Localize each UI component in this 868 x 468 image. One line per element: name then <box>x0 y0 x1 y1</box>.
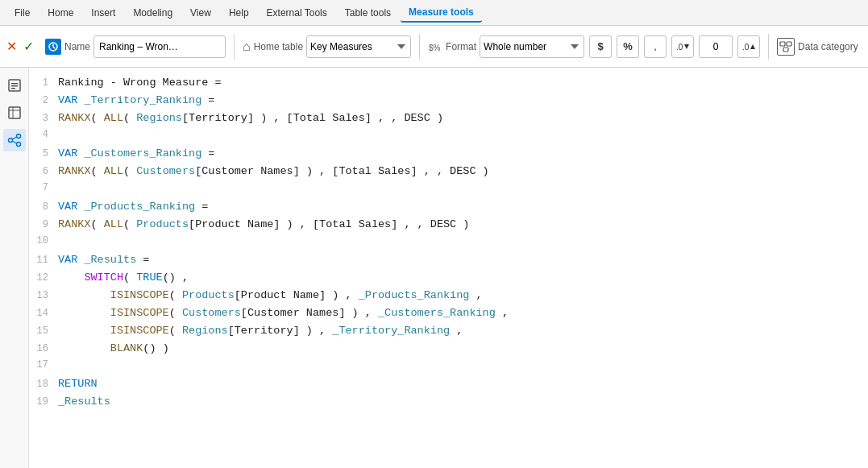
svg-text:.0: .0 <box>742 43 750 52</box>
code-line-19: 19 _Results <box>29 393 868 411</box>
code-line-8: 8 VAR _Products_Ranking = <box>29 198 868 216</box>
menu-measure-tools[interactable]: Measure tools <box>401 3 482 23</box>
svg-text:.0: .0 <box>676 43 683 52</box>
code-line-11: 11 VAR _Results = <box>29 251 868 269</box>
left-sidebar <box>0 68 29 468</box>
menu-bar: File Home Insert Modeling View Help Exte… <box>0 0 868 26</box>
name-input[interactable] <box>93 35 226 58</box>
home-table-group: ⌂ Home table Key Measures Customers Prod… <box>243 35 411 58</box>
format-label: Format <box>446 41 476 52</box>
code-line-18: 18 RETURN <box>29 375 868 393</box>
svg-point-16 <box>16 143 20 147</box>
confirm-button[interactable]: ✓ <box>23 39 34 54</box>
svg-rect-10 <box>11 88 15 89</box>
data-category-icon <box>777 38 795 56</box>
menu-modeling[interactable]: Modeling <box>125 4 181 22</box>
report-view-icon[interactable] <box>3 74 26 97</box>
currency-button[interactable]: $ <box>589 35 612 58</box>
code-line-1: 1 Ranking - Wrong Measure = <box>29 74 868 92</box>
menu-insert[interactable]: Insert <box>83 4 123 22</box>
svg-rect-9 <box>11 85 18 87</box>
data-category-group: Data category <box>777 38 858 56</box>
svg-rect-5 <box>787 42 791 46</box>
menu-file[interactable]: File <box>6 4 38 22</box>
percent-button[interactable]: % <box>617 35 639 58</box>
home-table-select[interactable]: Key Measures Customers Products Regions <box>306 35 411 58</box>
comma-button[interactable]: , <box>644 35 667 58</box>
menu-help[interactable]: Help <box>221 4 257 22</box>
code-line-3: 3 RANKX( ALL( Regions[Territory] ) , [To… <box>29 110 868 127</box>
separator-3 <box>768 34 769 60</box>
home-icon: ⌂ <box>243 39 251 54</box>
code-line-15: 15 ISINSCOPE( Regions[Territory] ) , _Te… <box>29 322 868 340</box>
code-line-9: 9 RANKX( ALL( Products[Product Name] ) ,… <box>29 216 868 234</box>
increase-decimal-button[interactable]: .0 <box>737 35 760 58</box>
menu-table-tools[interactable]: Table tools <box>337 4 399 22</box>
code-line-12: 12 SWITCH( TRUE() , <box>29 269 868 287</box>
decimal-places-input[interactable] <box>699 35 733 58</box>
code-line-6: 6 RANKX( ALL( Customers[Customer Names] … <box>29 163 868 180</box>
svg-point-14 <box>8 139 12 143</box>
separator-1 <box>234 34 235 60</box>
measure-icon <box>45 39 61 55</box>
menu-home[interactable]: Home <box>39 4 81 22</box>
code-line-10: 10 <box>29 234 868 251</box>
code-line-13: 13 ISINSCOPE( Products[Product Name] ) ,… <box>29 287 868 304</box>
menu-external-tools[interactable]: External Tools <box>259 4 335 22</box>
model-view-icon[interactable] <box>3 129 26 151</box>
svg-line-18 <box>12 141 16 143</box>
toolbar: ✕ ✓ Name ⌂ Home table Key Measures Custo… <box>0 26 868 68</box>
svg-rect-11 <box>9 107 20 118</box>
code-line-16: 16 BLANK() ) <box>29 340 868 358</box>
editor-container: 1 Ranking - Wrong Measure = 2 VAR _Terri… <box>0 68 868 468</box>
menu-view[interactable]: View <box>182 4 219 22</box>
code-line-7: 7 <box>29 180 868 198</box>
format-select[interactable]: Whole number Decimal number Fixed decima… <box>480 35 584 58</box>
svg-rect-8 <box>11 83 18 85</box>
cancel-button[interactable]: ✕ <box>6 39 17 54</box>
table-view-icon[interactable] <box>3 101 26 124</box>
code-line-5: 5 VAR _Customers_Ranking = <box>29 145 868 163</box>
code-line-2: 2 VAR _Territory_Ranking = <box>29 92 868 110</box>
decrease-decimal-button[interactable]: .0 <box>671 35 694 58</box>
format-icon: $% <box>428 39 442 53</box>
svg-point-15 <box>16 135 20 139</box>
code-line-14: 14 ISINSCOPE( Customers[Customer Names] … <box>29 304 868 322</box>
svg-line-17 <box>12 137 16 139</box>
svg-rect-6 <box>783 48 788 52</box>
home-table-label: Home table <box>254 41 303 52</box>
data-category-label: Data category <box>798 41 858 52</box>
svg-text:$%: $% <box>429 43 441 52</box>
code-line-17: 17 <box>29 358 868 375</box>
separator-2 <box>419 34 420 60</box>
svg-rect-4 <box>780 42 785 46</box>
name-group: Name <box>45 35 226 58</box>
format-group: $% Format Whole number Decimal number Fi… <box>428 35 584 58</box>
name-label: Name <box>64 41 90 52</box>
code-line-4: 4 <box>29 127 868 145</box>
code-editor[interactable]: 1 Ranking - Wrong Measure = 2 VAR _Terri… <box>29 68 868 468</box>
